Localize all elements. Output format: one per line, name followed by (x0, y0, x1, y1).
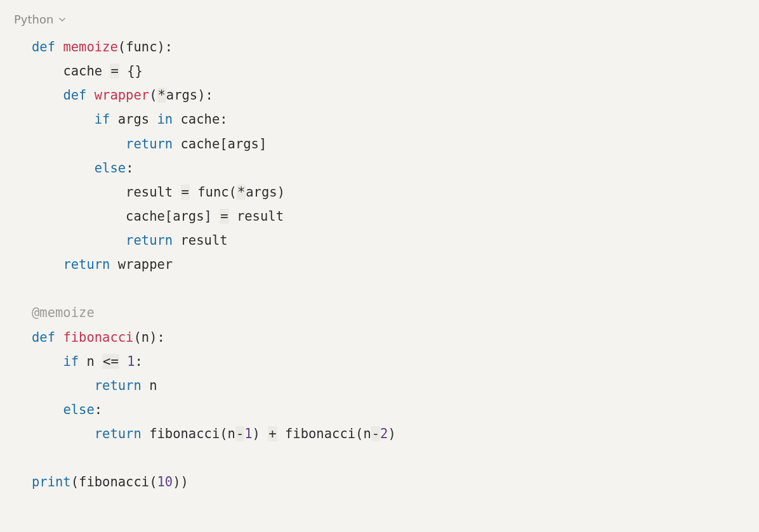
code-token: 1 (244, 426, 252, 441)
code-token: ) (388, 426, 395, 441)
code-token: cache (126, 209, 165, 224)
code-token: ) (149, 330, 157, 345)
code-line: print(fibonacci(10)) (32, 470, 745, 494)
code-token: print (32, 474, 71, 490)
code-token: n (363, 426, 371, 441)
chevron-down-icon (57, 15, 67, 25)
code-line: cache[args] = result (32, 204, 745, 228)
code-token: - (235, 426, 244, 441)
code-token: ( (118, 39, 126, 55)
code-token: ) (157, 39, 165, 55)
code-token: return (126, 233, 173, 248)
code-token: result (126, 185, 180, 200)
code-token: else (95, 160, 126, 176)
code-token: ( (220, 426, 227, 441)
code-token (86, 88, 94, 103)
code-token: def (32, 330, 55, 345)
code-token (119, 354, 127, 369)
code-token: : (206, 88, 213, 103)
code-token: args (110, 112, 157, 127)
code-token: return (95, 378, 142, 393)
code-token: in (157, 112, 173, 127)
code-viewer: Python def memoize(func): cache = {} def… (0, 0, 759, 507)
code-line: if n <= 1: (32, 349, 745, 373)
code-token: : (165, 39, 173, 55)
code-token: ( (133, 330, 141, 345)
code-line: return fibonacci(n-1) + fibonacci(n-2) (32, 422, 745, 446)
code-token: def (63, 88, 86, 103)
code-token: ( (229, 185, 237, 200)
code-token (260, 426, 268, 441)
code-token: [ (220, 136, 227, 152)
code-token: {} (127, 63, 143, 79)
code-token: args (228, 136, 259, 152)
code-token: fibonacci (277, 426, 355, 441)
code-token: = (110, 63, 119, 79)
code-token: - (371, 426, 380, 441)
code-line: else: (32, 156, 745, 180)
code-token: ) (253, 426, 260, 441)
code-token: ) (173, 474, 180, 490)
code-token: ] (259, 136, 267, 152)
code-line: return cache[args] (32, 132, 745, 156)
code-line: def wrapper(*args): (32, 83, 745, 107)
code-token: ) (181, 474, 188, 490)
code-token: ) (197, 88, 205, 103)
code-token (55, 330, 63, 345)
code-token: : (126, 160, 133, 176)
code-token: wrapper (110, 257, 173, 272)
code-token: if (95, 112, 110, 127)
code-token: cache (63, 63, 110, 79)
code-token: n (142, 330, 149, 345)
code-token: func (190, 185, 229, 200)
code-token (55, 39, 63, 55)
code-token: args (246, 185, 277, 200)
code-line (32, 276, 745, 301)
code-token: result (173, 233, 227, 248)
code-token: fibonacci (79, 474, 149, 490)
code-token: <= (102, 354, 119, 369)
code-token: = (220, 209, 228, 224)
code-token: return (63, 257, 110, 272)
code-token: ( (71, 474, 79, 490)
code-line: def fibonacci(n): (32, 325, 745, 349)
code-line: if args in cache: (32, 107, 745, 131)
code-token: fibonacci (142, 426, 220, 441)
code-line: cache = {} (32, 59, 745, 83)
code-line: @memoize (32, 301, 745, 325)
code-token: : (135, 354, 142, 369)
code-token: result (229, 209, 284, 224)
code-token: else (63, 402, 94, 417)
code-token: def (32, 39, 55, 55)
code-token: * (237, 185, 246, 200)
code-line: return result (32, 228, 745, 252)
code-token: if (63, 354, 79, 369)
code-line: return n (32, 373, 745, 398)
code-token: args (173, 209, 204, 224)
code-token: 2 (380, 426, 388, 441)
code-token: ] (204, 209, 212, 224)
language-selector[interactable]: Python (14, 13, 67, 26)
code-token: fibonacci (63, 330, 133, 345)
code-token: 10 (157, 474, 173, 490)
code-token: : (157, 330, 165, 345)
code-token: n (142, 378, 157, 393)
code-token: ( (149, 88, 157, 103)
code-line: def memoize(func): (32, 35, 745, 59)
code-token: n (228, 426, 235, 441)
code-line: result = func(*args) (32, 180, 745, 204)
code-token (119, 63, 127, 79)
code-token: + (268, 426, 277, 441)
code-token: cache (173, 136, 220, 152)
code-line: return wrapper (32, 252, 745, 276)
language-label: Python (14, 13, 53, 26)
code-token: func (126, 39, 157, 55)
code-token: return (95, 426, 142, 441)
code-block[interactable]: def memoize(func): cache = {} def wrappe… (14, 35, 745, 494)
code-token (212, 209, 220, 224)
code-token: ( (149, 474, 157, 490)
code-token: args (166, 88, 197, 103)
code-line: else: (32, 398, 745, 422)
code-token: : (95, 402, 102, 417)
code-token: = (181, 185, 190, 200)
